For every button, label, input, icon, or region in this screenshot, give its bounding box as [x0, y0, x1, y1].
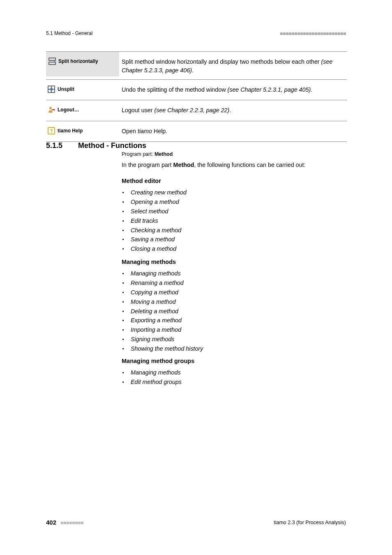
row-label-cell: ? tiamo Help [46, 125, 119, 136]
subheading-managing-method-groups: Managing method groups [122, 358, 194, 364]
table-row: Unsplit Undo the splitting of the method… [46, 79, 347, 100]
row-label: tiamo Help [58, 128, 83, 134]
list-method-editor: Creating new method Opening a method Sel… [122, 188, 187, 254]
row-label-cell: Split horizontally [46, 52, 119, 76]
row-label: Logout… [58, 107, 79, 113]
logout-icon [48, 106, 55, 113]
section-title: Method - Functions [78, 141, 146, 150]
footer-decoration [60, 519, 83, 526]
svg-text:?: ? [50, 128, 53, 134]
svg-point-3 [49, 107, 52, 109]
section-heading: 5.1.5 Method - Functions [46, 141, 146, 150]
row-desc: Open tiamo Help. [119, 125, 347, 137]
help-icon: ? [48, 127, 55, 134]
list-item: Deleting a method [122, 307, 203, 316]
list-item: Managing methods [122, 269, 203, 278]
list-item: Signing methods [122, 335, 203, 344]
list-item: Copying a method [122, 288, 203, 297]
section-number: 5.1.5 [46, 141, 62, 150]
footer-left: 402 [46, 519, 83, 526]
table-row: ? tiamo Help Open tiamo Help. [46, 121, 347, 141]
row-desc: Split method window horizontally and dis… [119, 52, 347, 79]
row-desc: Undo the splitting of the method window … [119, 84, 347, 96]
row-label-cell: Unsplit [46, 84, 119, 95]
table-row: Logout… Logout user (see Chapter 2.2.3, … [46, 100, 347, 120]
list-item: Edit tracks [122, 216, 187, 226]
svg-rect-0 [49, 58, 55, 60]
row-label: Unsplit [58, 86, 74, 92]
unsplit-icon [48, 86, 55, 93]
list-item: Managing methods [122, 368, 182, 377]
row-label-cell: Logout… [46, 104, 119, 115]
row-label: Split horizontally [58, 58, 98, 64]
program-part-line: Program part: Method [122, 151, 173, 157]
list-item: Checking a method [122, 226, 187, 235]
page-footer: 402 tiamo 2.3 (for Process Analysis) [46, 519, 346, 526]
list-item: Moving a method [122, 297, 203, 307]
list-item: Exporting a method [122, 316, 203, 325]
split-horizontal-icon [48, 58, 56, 65]
header-section-path: 5.1 Method - General [46, 30, 92, 36]
header-decoration [280, 30, 346, 36]
list-item: Edit method groups [122, 377, 182, 387]
footer-product: tiamo 2.3 (for Process Analysis) [274, 520, 346, 525]
page-number: 402 [46, 519, 56, 526]
list-managing-methods: Managing methods Renaming a method Copyi… [122, 269, 203, 354]
list-item: Saving a method [122, 235, 187, 244]
command-table: Split horizontally Split method window h… [46, 51, 347, 142]
list-item: Select method [122, 207, 187, 216]
subheading-managing-methods: Managing methods [122, 259, 176, 265]
list-managing-method-groups: Managing methods Edit method groups [122, 368, 182, 387]
section-intro: In the program part Method, the followin… [122, 162, 305, 168]
list-item: Creating new method [122, 188, 187, 197]
subheading-method-editor: Method editor [122, 178, 161, 184]
list-item: Importing a method [122, 325, 203, 335]
list-item: Closing a method [122, 244, 187, 254]
list-item: Opening a method [122, 197, 187, 207]
table-row: Split horizontally Split method window h… [46, 51, 347, 79]
list-item: Showing the method history [122, 344, 203, 354]
list-item: Renaming a method [122, 278, 203, 288]
row-desc: Logout user (see Chapter 2.2.3, page 22)… [119, 104, 347, 116]
page-header: 5.1 Method - General [46, 30, 346, 36]
